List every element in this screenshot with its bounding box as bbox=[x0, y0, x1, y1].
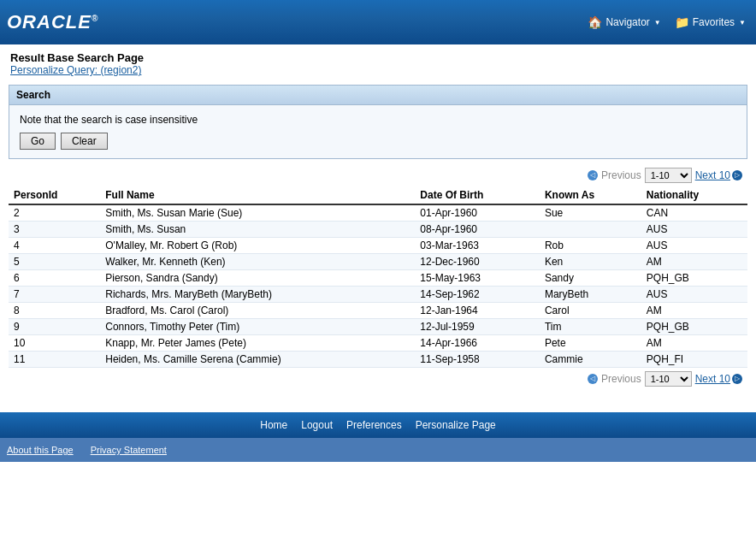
table-row: 7Richards, Mrs. MaryBeth (MaryBeth)14-Se… bbox=[9, 287, 747, 303]
col-nationality: Nationality bbox=[641, 186, 747, 204]
cell-nationality: PQH_FI bbox=[641, 352, 747, 368]
cell-full_name: Richards, Mrs. MaryBeth (MaryBeth) bbox=[100, 287, 415, 303]
favorites-chevron-icon: ▼ bbox=[739, 19, 746, 27]
favorites-icon: 📁 bbox=[675, 15, 689, 29]
cell-known_as: Sue bbox=[540, 204, 641, 222]
cell-person_id: 11 bbox=[9, 352, 100, 368]
about-this-page-link[interactable]: About this Page bbox=[7, 445, 74, 455]
cell-person_id: 9 bbox=[9, 319, 100, 335]
circle-prev-bottom-icon: ◁ bbox=[588, 374, 598, 384]
page-range-select-bottom[interactable]: 1-10 11-20 21-30 bbox=[645, 371, 692, 387]
cell-dob: 15-May-1963 bbox=[415, 270, 540, 287]
footer-bottom: About this Page Privacy Statement bbox=[0, 438, 756, 462]
next-10-top-button[interactable]: Next 10 ▷ bbox=[695, 169, 742, 181]
cell-person_id: 10 bbox=[9, 335, 100, 352]
favorites-button[interactable]: 📁 Favorites ▼ bbox=[675, 15, 746, 29]
cell-dob: 12-Dec-1960 bbox=[415, 254, 540, 270]
col-full-name: Full Name bbox=[100, 186, 415, 204]
cell-known_as: Cammie bbox=[540, 352, 641, 368]
header-nav: 🏠 Navigator ▼ 📁 Favorites ▼ bbox=[588, 15, 746, 29]
cell-known_as: Ken bbox=[540, 254, 641, 270]
cell-known_as: MaryBeth bbox=[540, 287, 641, 303]
previous-bottom: ◁ Previous bbox=[588, 373, 641, 385]
cell-nationality: AUS bbox=[641, 287, 747, 303]
table-row: 5Walker, Mr. Kenneth (Ken)12-Dec-1960Ken… bbox=[9, 254, 747, 270]
cell-person_id: 6 bbox=[9, 270, 100, 287]
table-row: 8Bradford, Ms. Carol (Carol)12-Jan-1964C… bbox=[9, 303, 747, 319]
cell-person_id: 3 bbox=[9, 222, 100, 238]
cell-nationality: AM bbox=[641, 335, 747, 352]
cell-full_name: Knapp, Mr. Peter James (Pete) bbox=[100, 335, 415, 352]
table-row: 6Pierson, Sandra (Sandy)15-May-1963Sandy… bbox=[9, 270, 747, 287]
cell-dob: 12-Jul-1959 bbox=[415, 319, 540, 335]
cell-known_as: Rob bbox=[540, 238, 641, 254]
pagination-top: ◁ Previous 1-10 11-20 21-30 Next 10 ▷ bbox=[9, 164, 747, 186]
cell-dob: 08-Apr-1960 bbox=[415, 222, 540, 238]
table-row: 4O'Malley, Mr. Robert G (Rob)03-Mar-1963… bbox=[9, 238, 747, 254]
footer-nav: Home Logout Preferences Personalize Page bbox=[0, 412, 756, 438]
cell-nationality: PQH_GB bbox=[641, 270, 747, 287]
table-row: 2Smith, Ms. Susan Marie (Sue)01-Apr-1960… bbox=[9, 204, 747, 222]
col-known-as: Known As bbox=[540, 186, 641, 204]
results-table: PersonId Full Name Date Of Birth Known A… bbox=[9, 186, 747, 368]
table-row: 10Knapp, Mr. Peter James (Pete)14-Apr-19… bbox=[9, 335, 747, 352]
cell-dob: 01-Apr-1960 bbox=[415, 204, 540, 222]
go-button[interactable]: Go bbox=[20, 133, 56, 150]
pagination-bottom: ◁ Previous 1-10 11-20 21-30 Next 10 ▷ bbox=[9, 368, 747, 390]
table-row: 3Smith, Ms. Susan08-Apr-1960AUS bbox=[9, 222, 747, 238]
cell-known_as: Carol bbox=[540, 303, 641, 319]
cell-person_id: 7 bbox=[9, 287, 100, 303]
cell-full_name: Heiden, Ms. Camille Serena (Cammie) bbox=[100, 352, 415, 368]
cell-full_name: Bradford, Ms. Carol (Carol) bbox=[100, 303, 415, 319]
col-person-id: PersonId bbox=[9, 186, 100, 204]
cell-dob: 14-Sep-1962 bbox=[415, 287, 540, 303]
cell-full_name: Walker, Mr. Kenneth (Ken) bbox=[100, 254, 415, 270]
cell-person_id: 2 bbox=[9, 204, 100, 222]
page-range-select-top[interactable]: 1-10 11-20 21-30 bbox=[645, 168, 692, 183]
previous-bottom-label: Previous bbox=[601, 373, 641, 385]
cell-person_id: 5 bbox=[9, 254, 100, 270]
next-10-bottom-button[interactable]: Next 10 ▷ bbox=[695, 373, 742, 385]
results-area: ◁ Previous 1-10 11-20 21-30 Next 10 ▷ Pe… bbox=[9, 164, 747, 390]
cell-dob: 03-Mar-1963 bbox=[415, 238, 540, 254]
page-title-area: Result Base Search Page Personalize Quer… bbox=[0, 44, 756, 80]
table-row: 9Connors, Timothy Peter (Tim)12-Jul-1959… bbox=[9, 319, 747, 335]
home-icon: 🏠 bbox=[588, 15, 602, 29]
clear-button[interactable]: Clear bbox=[61, 133, 108, 150]
footer-personalize-page-link[interactable]: Personalize Page bbox=[416, 419, 496, 431]
cell-nationality: PQH_GB bbox=[641, 319, 747, 335]
cell-nationality: AM bbox=[641, 254, 747, 270]
cell-full_name: O'Malley, Mr. Robert G (Rob) bbox=[100, 238, 415, 254]
next-top-label: Next 10 bbox=[695, 169, 730, 181]
cell-nationality: AUS bbox=[641, 238, 747, 254]
navigator-chevron-icon: ▼ bbox=[654, 19, 661, 27]
footer-preferences-link[interactable]: Preferences bbox=[346, 419, 402, 431]
footer-home-link[interactable]: Home bbox=[260, 419, 287, 431]
privacy-statement-link[interactable]: Privacy Statement bbox=[91, 445, 167, 455]
cell-full_name: Connors, Timothy Peter (Tim) bbox=[100, 319, 415, 335]
cell-dob: 11-Sep-1958 bbox=[415, 352, 540, 368]
cell-dob: 14-Apr-1966 bbox=[415, 335, 540, 352]
navigator-label: Navigator bbox=[605, 16, 649, 28]
col-dob: Date Of Birth bbox=[415, 186, 540, 204]
cell-known_as bbox=[540, 222, 641, 238]
favorites-label: Favorites bbox=[693, 16, 735, 28]
personalize-query-link[interactable]: Personalize Query: (region2) bbox=[10, 64, 141, 76]
oracle-logo: ORACLE® bbox=[7, 11, 98, 33]
cell-full_name: Smith, Ms. Susan bbox=[100, 222, 415, 238]
circle-next-top-icon: ▷ bbox=[732, 170, 742, 180]
search-section-header: Search bbox=[9, 86, 747, 105]
circle-next-bottom-icon: ▷ bbox=[732, 374, 742, 384]
cell-full_name: Pierson, Sandra (Sandy) bbox=[100, 270, 415, 287]
table-row: 11Heiden, Ms. Camille Serena (Cammie)11-… bbox=[9, 352, 747, 368]
cell-nationality: AUS bbox=[641, 222, 747, 238]
cell-nationality: AM bbox=[641, 303, 747, 319]
table-header-row: PersonId Full Name Date Of Birth Known A… bbox=[9, 186, 747, 204]
cell-known_as: Tim bbox=[540, 319, 641, 335]
navigator-button[interactable]: 🏠 Navigator ▼ bbox=[588, 15, 660, 29]
cell-known_as: Sandy bbox=[540, 270, 641, 287]
search-section: Search Note that the search is case inse… bbox=[9, 85, 747, 159]
cell-person_id: 8 bbox=[9, 303, 100, 319]
footer-logout-link[interactable]: Logout bbox=[301, 419, 333, 431]
search-body: Note that the search is case insensitive… bbox=[9, 105, 747, 158]
